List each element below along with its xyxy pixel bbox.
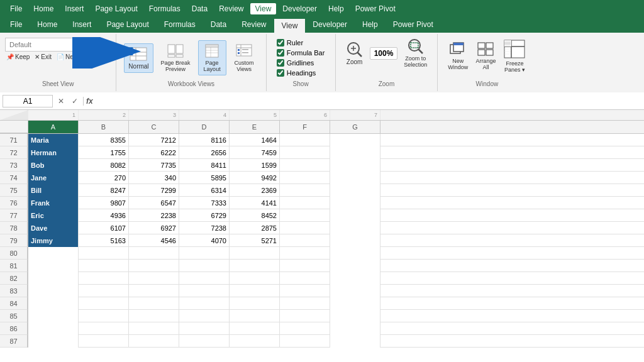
cell-e-79[interactable]: 5271 <box>230 234 280 247</box>
cell-f-73[interactable] <box>280 159 330 172</box>
normal-view-button[interactable]: Normal <box>124 43 153 73</box>
cell-c-85[interactable] <box>129 310 179 322</box>
cell-g-74[interactable] <box>330 172 380 184</box>
col-header-f[interactable]: F <box>280 121 330 133</box>
tab-developer[interactable]: Developer <box>305 18 355 33</box>
cell-b-85[interactable] <box>79 310 129 322</box>
cell-a-74[interactable]: Jane <box>28 172 79 184</box>
cell-d-87[interactable] <box>179 335 230 348</box>
cell-e-74[interactable]: 9492 <box>230 172 280 184</box>
row-num-71[interactable]: 71 <box>0 134 28 146</box>
cell-g-77[interactable] <box>330 209 380 222</box>
arrange-all-button[interactable]: ArrangeAll <box>473 40 498 72</box>
custom-views-button[interactable]: CustomViews <box>230 41 258 75</box>
row-num-76[interactable]: 76 <box>0 197 28 209</box>
tab-data[interactable]: Data <box>203 18 234 33</box>
row-num-84[interactable]: 84 <box>0 297 28 310</box>
cell-f-79[interactable] <box>280 234 330 247</box>
cell-g-76[interactable] <box>330 197 380 209</box>
cell-e-72[interactable]: 7459 <box>230 146 280 159</box>
row-num-83[interactable]: 83 <box>0 285 28 297</box>
cell-d-75[interactable]: 6314 <box>179 184 230 197</box>
menu-formulas[interactable]: Formulas <box>144 3 186 14</box>
cell-d-77[interactable]: 6729 <box>179 209 230 222</box>
cell-e-81[interactable] <box>230 260 280 272</box>
gridlines-checkbox[interactable] <box>277 59 284 67</box>
cell-g-78[interactable] <box>330 222 380 234</box>
cell-e-77[interactable]: 8452 <box>230 209 280 222</box>
cell-c-78[interactable]: 6927 <box>129 222 179 234</box>
formula-cancel-button[interactable]: ✕ <box>55 97 67 106</box>
menu-insert[interactable]: Insert <box>60 3 89 14</box>
cell-g-82[interactable] <box>330 272 380 285</box>
freeze-panes-button[interactable]: FreezePanes ▾ <box>501 38 528 74</box>
cell-g-79[interactable] <box>330 234 380 247</box>
cell-e-87[interactable] <box>230 335 280 348</box>
cell-g-87[interactable] <box>330 335 380 348</box>
cell-e-84[interactable] <box>230 297 280 310</box>
formula-input[interactable] <box>98 97 641 106</box>
cell-c-80[interactable] <box>129 247 179 260</box>
cell-g-72[interactable] <box>330 146 380 159</box>
tab-power-pivot[interactable]: Power Pivot <box>386 18 441 33</box>
cell-f-76[interactable] <box>280 197 330 209</box>
ruler-checkbox-row[interactable]: Ruler <box>277 39 325 47</box>
cell-c-81[interactable] <box>129 260 179 272</box>
cell-c-71[interactable]: 7212 <box>129 134 179 146</box>
name-box[interactable] <box>3 95 53 107</box>
cell-a-76[interactable]: Frank <box>28 197 79 209</box>
cell-g-81[interactable] <box>330 260 380 272</box>
col-header-a[interactable]: A <box>28 121 79 133</box>
cell-d-76[interactable]: 7333 <box>179 197 230 209</box>
cell-a-86[interactable] <box>28 322 79 335</box>
cell-b-79[interactable]: 5163 <box>79 234 129 247</box>
menu-page-layout[interactable]: Page Layout <box>90 3 142 14</box>
cell-b-84[interactable] <box>79 297 129 310</box>
cell-d-72[interactable]: 2656 <box>179 146 230 159</box>
cell-b-81[interactable] <box>79 260 129 272</box>
row-num-72[interactable]: 72 <box>0 146 28 159</box>
row-num-74[interactable]: 74 <box>0 172 28 184</box>
cell-f-80[interactable] <box>280 247 330 260</box>
row-num-77[interactable]: 77 <box>0 209 28 222</box>
cell-g-73[interactable] <box>330 159 380 172</box>
tab-view[interactable]: View <box>274 18 306 33</box>
cell-a-85[interactable] <box>28 310 79 322</box>
tab-home[interactable]: Home <box>30 18 65 33</box>
ruler-checkbox[interactable] <box>277 39 284 47</box>
cell-d-85[interactable] <box>179 310 230 322</box>
cell-a-81[interactable] <box>28 260 79 272</box>
cell-f-81[interactable] <box>280 260 330 272</box>
tab-file[interactable]: File <box>3 18 30 33</box>
cell-f-78[interactable] <box>280 222 330 234</box>
new-window-button[interactable]: NewWindow <box>445 40 470 72</box>
gridlines-checkbox-row[interactable]: Gridlines <box>277 59 325 67</box>
zoom-to-selection-button[interactable]: Zoom toSelection <box>401 38 430 69</box>
row-num-85[interactable]: 85 <box>0 310 28 322</box>
cell-d-81[interactable] <box>179 260 230 272</box>
cell-g-83[interactable] <box>330 285 380 297</box>
cell-c-87[interactable] <box>129 335 179 348</box>
row-num-87[interactable]: 87 <box>0 335 28 348</box>
cell-f-71[interactable] <box>280 134 330 146</box>
cell-b-82[interactable] <box>79 272 129 285</box>
cell-b-83[interactable] <box>79 285 129 297</box>
cell-d-86[interactable] <box>179 322 230 335</box>
page-break-button[interactable]: Page BreakPreview <box>157 41 194 75</box>
row-num-82[interactable]: 82 <box>0 272 28 285</box>
formula-fx-button[interactable]: fx <box>83 97 96 106</box>
cell-f-82[interactable] <box>280 272 330 285</box>
sheet-view-input[interactable] <box>5 38 80 52</box>
cell-e-75[interactable]: 2369 <box>230 184 280 197</box>
cell-e-80[interactable] <box>230 247 280 260</box>
cell-a-73[interactable]: Bob <box>28 159 79 172</box>
cell-f-86[interactable] <box>280 322 330 335</box>
row-num-78[interactable]: 78 <box>0 222 28 234</box>
menu-developer[interactable]: Developer <box>277 3 322 14</box>
menu-data[interactable]: Data <box>187 3 213 14</box>
cell-a-84[interactable] <box>28 297 79 310</box>
cell-b-72[interactable]: 1755 <box>79 146 129 159</box>
exit-button[interactable]: ✕ Exit <box>33 53 53 61</box>
zoom-percent-button[interactable]: 100% <box>370 47 398 60</box>
cell-g-80[interactable] <box>330 247 380 260</box>
